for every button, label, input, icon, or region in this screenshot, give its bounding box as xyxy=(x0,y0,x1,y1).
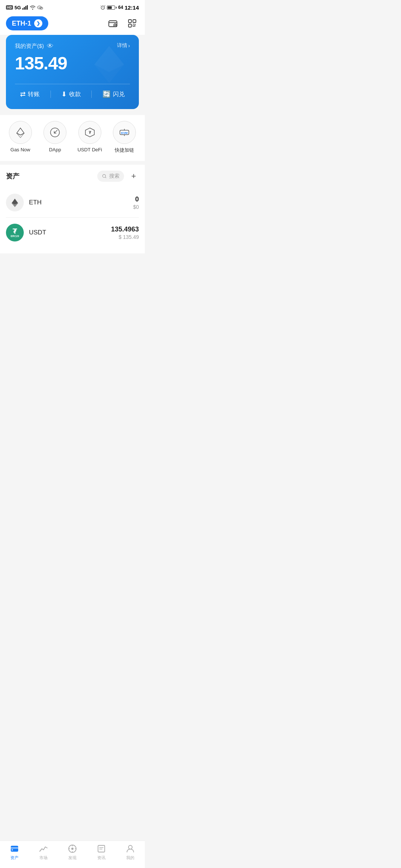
receive-label: 收款 xyxy=(69,91,81,98)
usdt-balance-usd: $ 135.49 xyxy=(111,234,139,240)
svg-rect-3 xyxy=(27,5,28,10)
alarm-icon xyxy=(100,5,105,10)
transfer-label: 转账 xyxy=(28,91,40,98)
eth-token-icon xyxy=(6,194,24,211)
svg-point-5 xyxy=(39,7,39,8)
svg-rect-15 xyxy=(128,24,131,27)
svg-text:₮: ₮ xyxy=(89,131,91,135)
quick-chain-label: 快捷加链 xyxy=(115,147,134,154)
battery-level: 64 xyxy=(118,5,123,10)
status-left: HD 5G xyxy=(6,5,43,10)
top-nav: ETH-1 ❯ xyxy=(0,13,145,35)
usdt-defi-icon: ₮ xyxy=(78,121,101,144)
search-box[interactable]: 搜索 xyxy=(97,171,124,182)
svg-point-8 xyxy=(41,8,41,8)
receive-icon: ⬇ xyxy=(61,90,67,98)
usdt-balance-amount: 135.4963 xyxy=(111,226,139,233)
gas-now-label: Gas Now xyxy=(10,147,30,152)
svg-text:EVM: EVM xyxy=(121,131,128,135)
assets-controls: 搜索 + xyxy=(97,171,139,182)
svg-rect-2 xyxy=(25,6,26,10)
receive-button[interactable]: ⬇ 收款 xyxy=(61,90,81,98)
dapp-icon xyxy=(43,121,66,144)
network-label: ETH-1 xyxy=(12,20,31,27)
search-placeholder: 搜索 xyxy=(109,173,120,180)
wifi-icon xyxy=(30,5,36,10)
scan-button[interactable] xyxy=(125,17,139,30)
status-bar: HD 5G xyxy=(0,0,145,13)
usdt-defi-label: USDT DeFi xyxy=(78,147,102,152)
eth-asset-item[interactable]: ETH 0 $0 xyxy=(6,188,139,218)
eth-balance-amount: 0 xyxy=(133,195,139,203)
wechat-icon xyxy=(37,5,43,10)
svg-point-9 xyxy=(42,8,42,8)
svg-rect-14 xyxy=(133,20,136,23)
add-asset-button[interactable]: + xyxy=(128,171,139,181)
wallet-add-button[interactable] xyxy=(106,17,120,30)
svg-rect-1 xyxy=(24,7,25,10)
usdt-token-icon: ₮ ERC20 xyxy=(6,224,24,241)
hd-badge: HD xyxy=(6,5,13,10)
svg-rect-0 xyxy=(22,8,23,10)
svg-marker-19 xyxy=(17,133,24,138)
dapp-label: DApp xyxy=(49,147,61,152)
quick-chain-icon: EVM xyxy=(113,121,136,144)
signal-bars-icon xyxy=(22,5,28,10)
asset-label-text: 我的资产($) xyxy=(15,43,44,50)
gas-now-button[interactable]: Gas Now xyxy=(6,121,35,154)
asset-label: 我的资产($) 👁 xyxy=(15,42,53,50)
visibility-icon[interactable]: 👁 xyxy=(47,42,53,50)
quick-chain-button[interactable]: EVM 快捷加链 xyxy=(110,121,139,154)
usdt-asset-item[interactable]: ₮ ERC20 USDT 135.4963 $ 135.49 xyxy=(6,218,139,247)
usdt-balance: 135.4963 $ 135.49 xyxy=(111,226,139,240)
action-divider-1 xyxy=(50,91,51,98)
eth-balance-usd: $0 xyxy=(133,204,139,210)
network-selector[interactable]: ETH-1 ❯ xyxy=(6,16,48,30)
signal-icon: 5G xyxy=(14,5,21,10)
dapp-button[interactable]: DApp xyxy=(40,121,70,154)
nav-icons xyxy=(106,17,139,30)
gas-now-icon xyxy=(9,121,32,144)
assets-title: 资产 xyxy=(6,172,19,181)
search-icon xyxy=(102,174,107,179)
eth-watermark-icon xyxy=(87,42,131,92)
status-right: 64 12:14 xyxy=(100,4,139,11)
eth-name: ETH xyxy=(29,199,133,206)
assets-header: 资产 搜索 + xyxy=(6,171,139,182)
transfer-button[interactable]: ⇄ 转账 xyxy=(20,90,40,98)
quick-actions: Gas Now DApp ₮ USDT DeFi EVM xyxy=(0,115,145,161)
time-display: 12:14 xyxy=(125,4,139,11)
battery-indicator xyxy=(107,6,117,10)
svg-rect-13 xyxy=(128,20,131,23)
assets-section: 资产 搜索 + ETH 0 $0 xyxy=(0,165,145,253)
eth-balance: 0 $0 xyxy=(133,195,139,210)
usdt-name: USDT xyxy=(29,229,111,236)
usdt-defi-button[interactable]: ₮ USDT DeFi xyxy=(75,121,105,154)
transfer-icon: ⇄ xyxy=(20,90,26,98)
asset-card: 我的资产($) 👁 详情 › 135.49 ⇄ 转账 ⬇ 收款 🔄 闪兑 xyxy=(6,35,139,109)
network-arrow-icon: ❯ xyxy=(34,19,42,27)
